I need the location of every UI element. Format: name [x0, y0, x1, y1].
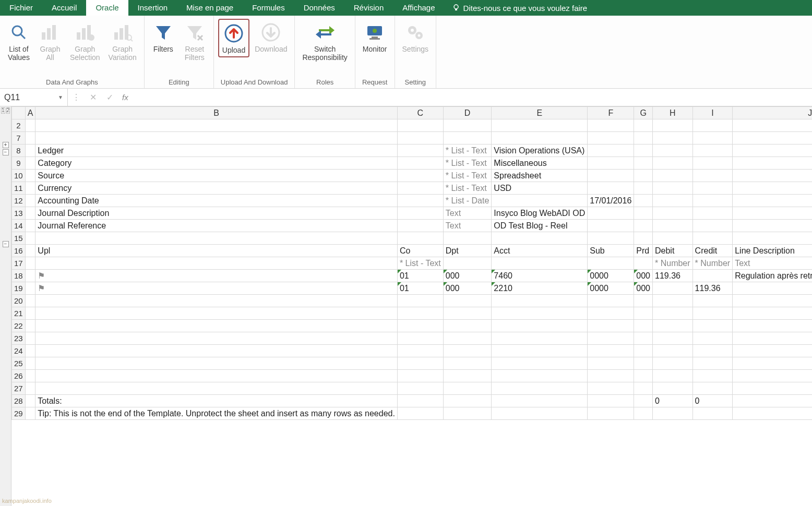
switch-icon [314, 21, 337, 44]
ribbon-body: List ofValuesGraphAllGraphSelectionGraph… [0, 16, 812, 89]
svg-point-10 [88, 34, 94, 41]
ribbon-group-request: MonitorRequest [355, 16, 395, 88]
bar-search-icon [111, 21, 134, 44]
svg-line-15 [130, 39, 133, 41]
name-box[interactable]: Q11 ▼ [0, 89, 68, 106]
ribbon-group-label: Upload And Download [218, 77, 291, 86]
svg-point-27 [417, 34, 420, 37]
svg-point-21 [373, 29, 377, 33]
download-button: Download [252, 19, 290, 55]
button-label: Filters [153, 45, 173, 53]
funnel-icon [152, 21, 175, 44]
ribbon-group-label: Editing [149, 77, 209, 86]
tell-me-search[interactable]: Dites-nous ce que vous voulez faire [445, 0, 595, 16]
svg-rect-12 [120, 28, 123, 40]
lightbulb-icon [452, 4, 460, 12]
formula-expand-icon[interactable]: ⋮ [68, 92, 85, 102]
svg-rect-7 [77, 32, 80, 40]
svg-rect-5 [47, 28, 51, 40]
button-label: Monitor [363, 45, 387, 53]
button-label: ResetFilters [185, 45, 205, 62]
button-label: Download [255, 45, 287, 53]
button-label: Settings [402, 45, 429, 53]
ribbon-group-label: Request [360, 77, 390, 86]
filters-button[interactable]: Filters [149, 19, 178, 55]
tab-formules[interactable]: Formules [243, 0, 294, 16]
graph-all-button: GraphAll [35, 19, 65, 64]
ribbon-group-setting: SettingsSetting [395, 16, 437, 88]
graph-selection-button: GraphSelection [67, 19, 103, 64]
formula-bar: Q11 ▼ ⋮ ✕ ✓ fx [0, 89, 812, 106]
tab-insertion[interactable]: Insertion [128, 0, 177, 16]
tab-accueil[interactable]: Accueil [42, 0, 86, 16]
search-icon [7, 21, 30, 44]
ribbon-group-editing: FiltersResetFiltersEditing [145, 16, 214, 88]
dropdown-icon[interactable]: ▼ [58, 94, 63, 100]
monitor-button[interactable]: Monitor [360, 19, 390, 55]
svg-rect-1 [455, 9, 457, 10]
formula-input[interactable] [133, 93, 812, 102]
bar-icon [39, 21, 62, 44]
tab-données[interactable]: Données [294, 0, 344, 16]
monitor-icon [363, 21, 386, 44]
settings-button: Settings [399, 19, 432, 55]
button-label: GraphSelection [70, 45, 100, 62]
svg-point-2 [13, 26, 22, 35]
svg-rect-11 [114, 32, 118, 40]
funnel-x-icon [183, 21, 206, 44]
bar-gear-icon [74, 21, 97, 44]
confirm-edit-icon[interactable]: ✓ [101, 92, 118, 102]
svg-rect-6 [52, 25, 56, 40]
svg-point-0 [454, 5, 458, 9]
download-icon [259, 21, 282, 44]
svg-rect-4 [42, 32, 45, 40]
svg-point-25 [411, 29, 414, 32]
upload-button[interactable]: Upload [218, 19, 249, 57]
svg-line-3 [21, 34, 25, 39]
cancel-edit-icon[interactable]: ✕ [85, 92, 101, 102]
name-box-value: Q11 [4, 93, 20, 102]
button-label: List ofValues [8, 45, 30, 62]
button-label: GraphAll [40, 45, 61, 62]
tab-mise-en-page[interactable]: Mise en page [177, 0, 243, 16]
button-label: GraphVariation [109, 45, 137, 62]
ribbon-group-data-and-graphs: List ofValuesGraphAllGraphSelectionGraph… [0, 16, 145, 88]
switch-responsibility-button[interactable]: SwitchResponsibility [299, 19, 350, 64]
upload-icon [222, 22, 245, 45]
button-label: Upload [222, 46, 245, 54]
tab-révision[interactable]: Révision [344, 0, 393, 16]
tab-fichier[interactable]: Fichier [0, 0, 42, 16]
tab-affichage[interactable]: Affichage [393, 0, 444, 16]
svg-rect-22 [372, 37, 378, 38]
gears-icon [404, 21, 427, 44]
ribbon-group-upload-and-download: UploadDownloadUpload And Download [214, 16, 295, 88]
svg-rect-8 [82, 28, 86, 40]
ribbon-group-label: Setting [399, 77, 432, 86]
ribbon-tabs: FichierAccueilOracleInsertionMise en pag… [0, 0, 812, 16]
graph-variation-button: GraphVariation [105, 19, 140, 64]
ribbon-group-label: Data And Graphs [4, 77, 140, 86]
button-label: SwitchResponsibility [302, 45, 347, 62]
ribbon-group-roles: SwitchResponsibilityRoles [295, 16, 355, 88]
ribbon-group-label: Roles [299, 77, 350, 86]
fx-icon[interactable]: fx [118, 93, 133, 102]
list-of-values-button[interactable]: List ofValues [4, 19, 33, 64]
reset-filters-button: ResetFilters [180, 19, 209, 64]
tab-oracle[interactable]: Oracle [86, 0, 128, 16]
svg-rect-23 [369, 38, 380, 40]
